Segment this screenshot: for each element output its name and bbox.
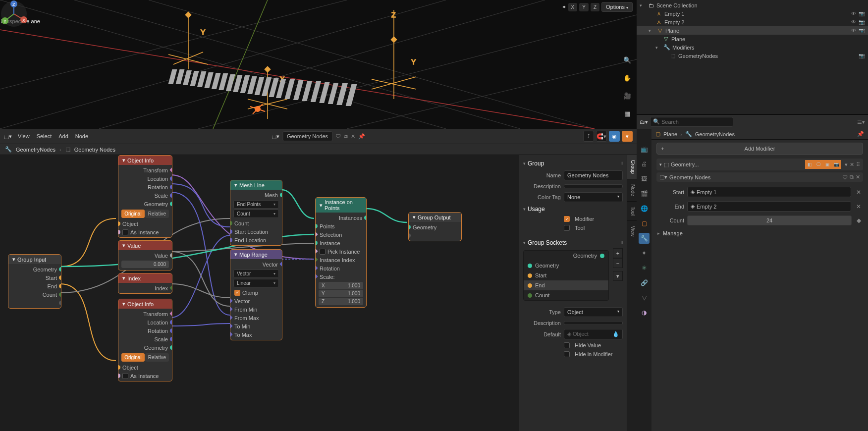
prop-tab-viewlayer[interactable]: 🖼: [639, 173, 650, 184]
node-header[interactable]: ▾ Map Range: [230, 250, 282, 259]
socket-item[interactable]: Count: [524, 290, 608, 300]
editor-type-icon[interactable]: ⬚▾: [4, 133, 12, 140]
add-socket-button[interactable]: +: [613, 248, 623, 258]
socket-end-field[interactable]: ◈Empty 2: [687, 201, 851, 212]
render-icon[interactable]: 📷: [858, 28, 865, 33]
node-header[interactable]: ▾ Instance on Points: [316, 198, 366, 213]
menu-add[interactable]: Add: [58, 133, 68, 139]
eye-icon[interactable]: 👁: [850, 11, 857, 16]
node-canvas[interactable]: ▾ Group Input Geometry Start End Count ▾…: [0, 155, 637, 431]
3d-viewport[interactable]: Y X Z Y: [0, 0, 637, 129]
camera-view-icon[interactable]: 🎥: [622, 90, 633, 101]
remove-socket-button[interactable]: −: [613, 258, 623, 268]
mesh-line-count-dropdown[interactable]: Count▾: [233, 210, 279, 218]
sidebar-tab-node[interactable]: Node: [627, 179, 637, 202]
pan-icon[interactable]: ✋: [622, 72, 633, 83]
sidebar-tab-view[interactable]: View: [627, 221, 637, 242]
tree-row-plane-mesh[interactable]: ▽ Plane: [637, 35, 868, 43]
node-map-range[interactable]: ▾ Map Range Vector Vector▾ Linear▾ ✓Clam…: [230, 249, 282, 340]
node-index[interactable]: ▾ Index Index: [118, 273, 172, 294]
prop-tab-constraints[interactable]: 🔗: [639, 277, 650, 288]
group-description-input[interactable]: [564, 184, 623, 188]
prop-tab-world[interactable]: 🌐: [639, 203, 650, 214]
socket-item[interactable]: Start: [524, 270, 608, 280]
close-icon[interactable]: ✕: [850, 162, 854, 168]
drag-icon[interactable]: ⠿: [856, 162, 860, 168]
prop-tab-particles[interactable]: ✦: [639, 248, 650, 259]
render-icon[interactable]: 📷: [858, 53, 865, 58]
prop-tab-output[interactable]: 🖨: [639, 159, 650, 169]
node-instance-on-points[interactable]: ▾ Instance on Points Instances Points Se…: [315, 197, 367, 308]
perspective-toggle-icon[interactable]: ▦: [622, 108, 633, 119]
scale-y-field[interactable]: Y1.000: [319, 290, 363, 297]
overlay-dropdown-icon[interactable]: ▾: [622, 131, 633, 142]
relative-button[interactable]: Relative: [145, 353, 169, 362]
group-name-input[interactable]: Geometry Nodes: [564, 170, 623, 180]
node-object-info-1[interactable]: ▾ Object Info Transform Location Rotatio…: [118, 155, 172, 238]
map-range-type-dropdown[interactable]: Vector▾: [233, 269, 279, 278]
prop-tab-object[interactable]: ▢: [639, 218, 650, 229]
prop-tab-physics[interactable]: ⚛: [639, 263, 650, 273]
sidebar-tab-tool[interactable]: Tool: [627, 202, 637, 221]
attribute-toggle-icon[interactable]: ◆: [855, 217, 863, 224]
mod-editmode-icon[interactable]: ▣: [823, 160, 832, 169]
eye-icon[interactable]: 👁: [850, 28, 857, 33]
modifier-header[interactable]: ▾ ⬚ Geometry... ◧ 🖵 ▣ 📷 ▾ ✕ ⠿: [656, 159, 863, 170]
menu-node[interactable]: Node: [75, 133, 88, 139]
group-panel-header[interactable]: ▾Group⠿: [523, 158, 623, 169]
mod-render-icon[interactable]: 📷: [832, 160, 841, 169]
render-icon[interactable]: 📷: [858, 19, 865, 25]
tree-row-plane[interactable]: ▾ ▽ Plane 👁📷: [637, 26, 868, 35]
socket-start-field[interactable]: ◈Empty 1: [687, 187, 851, 197]
options-dropdown[interactable]: Options ▾: [601, 2, 633, 12]
unlink-icon[interactable]: ✕: [856, 174, 860, 180]
socket-item[interactable]: End: [524, 280, 608, 290]
scale-x-field[interactable]: X1.000: [319, 282, 363, 289]
node-header[interactable]: ▾ Group Input: [8, 255, 61, 264]
mod-edit-icon[interactable]: ◧: [805, 160, 814, 169]
sidebar-tab-group[interactable]: Group: [627, 155, 637, 179]
color-tag-dropdown[interactable]: None▾: [564, 192, 623, 202]
axis-z-chip[interactable]: Z: [591, 3, 599, 11]
node-mesh-line[interactable]: ▾ Mesh Line Mesh End Points▾ Count▾ Coun…: [230, 180, 282, 246]
tree-row-empty2[interactable]: ⋏ Empty 2 👁📷: [637, 18, 868, 26]
scale-z-field[interactable]: Z1.000: [319, 298, 363, 305]
socket-description-input[interactable]: [564, 321, 623, 325]
original-button[interactable]: Original: [121, 353, 145, 362]
prop-tab-render[interactable]: 📺: [639, 144, 650, 155]
node-group-input[interactable]: ▾ Group Input Geometry Start End Count: [8, 254, 61, 309]
socket-default-input[interactable]: ◈ Object💧: [564, 329, 623, 339]
zoom-icon[interactable]: 🔍: [622, 54, 633, 65]
prop-tab-scene[interactable]: 🎬: [639, 188, 650, 199]
socket-menu-button[interactable]: ▾: [613, 271, 623, 281]
mod-realtime-icon[interactable]: 🖵: [814, 160, 823, 169]
nodetree-name[interactable]: Geometry Nodes: [282, 131, 332, 141]
mesh-line-mode-dropdown[interactable]: End Points▾: [233, 200, 279, 209]
socket-type-dropdown[interactable]: Object▾: [564, 307, 623, 317]
snap-icon[interactable]: 🧲▾: [596, 131, 607, 142]
breadcrumb-tree[interactable]: Geometry Nodes: [74, 147, 115, 153]
usage-tool-check[interactable]: [564, 225, 570, 231]
chevron-down-icon[interactable]: ▾: [845, 162, 848, 168]
node-header[interactable]: ▾ Object Info: [118, 299, 172, 309]
eye-icon[interactable]: 👁: [850, 19, 857, 25]
users-icon[interactable]: ⧉: [850, 174, 854, 180]
node-group-output[interactable]: ▾ Group Output Geometry: [408, 212, 462, 241]
eyedropper-icon[interactable]: 💧: [612, 331, 619, 337]
sockets-panel-header[interactable]: ▾Group Sockets⠿: [523, 237, 623, 248]
socket-item[interactable]: Geometry: [524, 251, 608, 261]
parent-tree-icon[interactable]: ⤴: [583, 131, 594, 142]
outliner-tree[interactable]: ▾ 🗀 Scene Collection ⋏ Empty 1 👁📷 ⋏ Empt…: [637, 0, 868, 114]
map-range-interp-dropdown[interactable]: Linear▾: [233, 279, 279, 287]
unlink-icon[interactable]: ✕: [351, 133, 355, 140]
clear-icon[interactable]: ✕: [854, 203, 863, 210]
node-header[interactable]: ▾ Object Info: [118, 156, 172, 165]
clear-icon[interactable]: ✕: [854, 189, 863, 196]
users-icon[interactable]: ⧉: [344, 133, 348, 140]
hide-value-check[interactable]: [564, 342, 570, 348]
display-mode-icon[interactable]: 🗂▾: [640, 119, 648, 125]
gizmo-toggle-icon[interactable]: ✦: [562, 4, 566, 10]
node-header[interactable]: ▾ Mesh Line: [230, 180, 282, 190]
overlay-icon[interactable]: ◉: [609, 131, 620, 142]
shield-icon[interactable]: 🛡: [335, 133, 341, 139]
